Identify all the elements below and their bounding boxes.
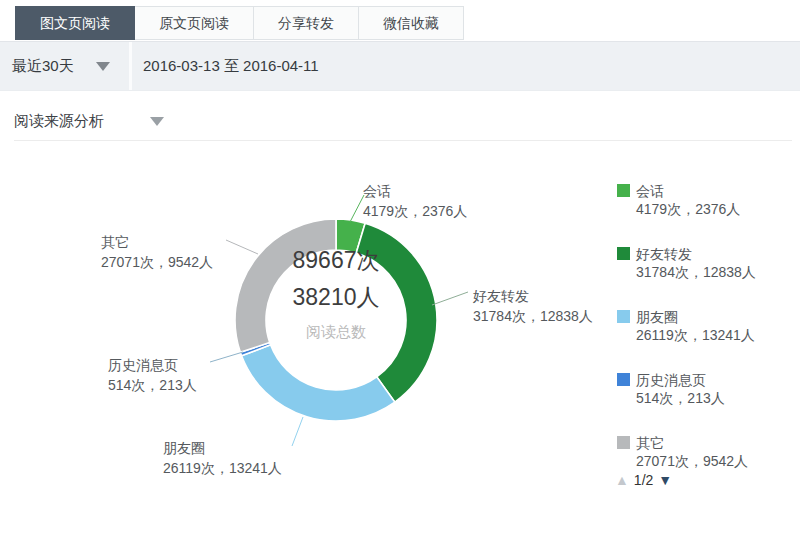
callout-value: 26119次，13241人: [163, 458, 282, 478]
segment-callout-4: 其它27071次，9542人: [101, 232, 213, 272]
legend-item-0: 会话4179次，2376人: [617, 182, 740, 218]
legend-swatch-icon: [617, 310, 630, 323]
tab-article-page-reads[interactable]: 图文页阅读: [15, 6, 135, 40]
segment-callout-0: 会话4179次，2376人: [363, 181, 467, 221]
donut-segment-2[interactable]: [242, 345, 395, 421]
callout-label: 好友转发: [473, 286, 593, 306]
legend-swatch-icon: [617, 247, 630, 260]
segment-callout-3: 历史消息页514次，213人: [108, 355, 197, 395]
legend-value: 26119次，13241人: [636, 326, 755, 344]
total-reads: 89667次: [226, 242, 446, 279]
legend-value: 27071次，9542人: [636, 452, 748, 470]
tab-bar: 图文页阅读 原文页阅读 分享转发 微信收藏: [15, 6, 464, 40]
segment-callout-2: 朋友圈26119次，13241人: [163, 438, 282, 478]
legend-value: 514次，213人: [636, 389, 725, 407]
legend-swatch-icon: [617, 373, 630, 386]
legend-label: 其它: [636, 434, 748, 452]
callout-label: 会话: [363, 181, 467, 201]
total-caption: 阅读总数: [226, 323, 446, 342]
callout-label: 其它: [101, 232, 213, 252]
legend-swatch-icon: [617, 436, 630, 449]
legend-pagination: ▲ 1/2 ▼: [615, 472, 672, 488]
page-down-icon[interactable]: ▼: [658, 472, 672, 488]
legend-item-2: 朋友圈26119次，13241人: [617, 308, 755, 344]
callout-label: 历史消息页: [108, 355, 197, 375]
legend-label: 历史消息页: [636, 371, 725, 389]
callout-value: 4179次，2376人: [363, 201, 467, 221]
legend-value: 4179次，2376人: [636, 200, 740, 218]
legend-label: 会话: [636, 182, 740, 200]
tab-original-page-reads[interactable]: 原文页阅读: [134, 6, 254, 40]
tab-wechat-favorites[interactable]: 微信收藏: [358, 6, 464, 40]
legend-value: 31784次，12838人: [636, 263, 756, 281]
legend-item-3: 历史消息页514次，213人: [617, 371, 725, 407]
legend-label: 朋友圈: [636, 308, 755, 326]
callout-value: 31784次，12838人: [473, 306, 593, 326]
legend-label: 好友转发: [636, 245, 756, 263]
legend-item-1: 好友转发31784次，12838人: [617, 245, 756, 281]
callout-value: 27071次，9542人: [101, 252, 213, 272]
wechat-analytics-page: 图文页阅读 原文页阅读 分享转发 微信收藏 最近30天 2016-03-13 至…: [0, 0, 800, 533]
page-indicator: 1/2: [634, 472, 653, 488]
callout-label: 朋友圈: [163, 438, 282, 458]
segment-callout-1: 好友转发31784次，12838人: [473, 286, 593, 326]
legend-swatch-icon: [617, 184, 630, 197]
total-readers: 38210人: [226, 279, 446, 316]
label-leader-line-3: [210, 352, 243, 362]
page-up-icon[interactable]: ▲: [615, 472, 629, 488]
callout-value: 514次，213人: [108, 375, 197, 395]
tab-share-forward[interactable]: 分享转发: [253, 6, 359, 40]
legend-item-4: 其它27071次，9542人: [617, 434, 748, 470]
label-leader-line-2: [292, 417, 303, 446]
label-leader-line-0: [350, 195, 364, 222]
chart-center-total: 89667次 38210人 阅读总数: [226, 242, 446, 342]
